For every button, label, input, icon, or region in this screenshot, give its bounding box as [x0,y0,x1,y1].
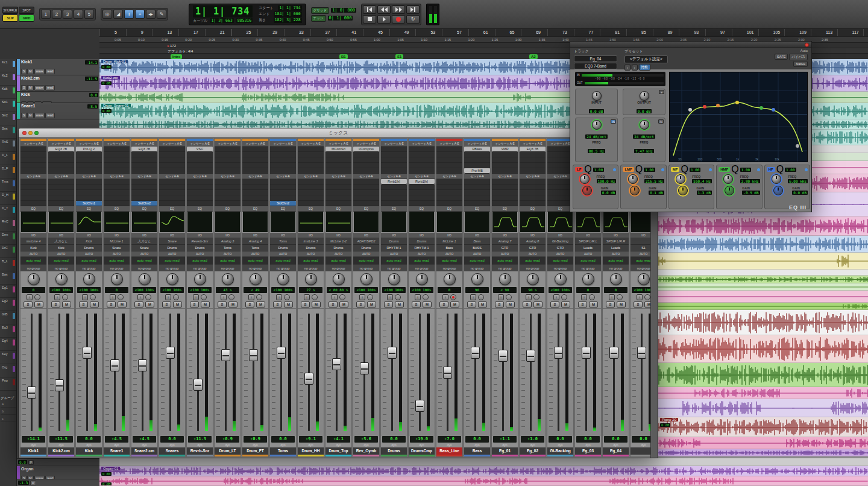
mute-button[interactable]: M [423,301,432,308]
track-name[interactable]: Revrb-Snr [187,447,213,455]
pan-value[interactable]: <100 100> [549,287,572,293]
track-name[interactable]: Gt-Backing [547,447,573,455]
group-selector[interactable]: no group [20,264,46,271]
insert-slot-d[interactable] [353,163,379,168]
insert-slot-a[interactable]: MComSrt [326,147,351,152]
edit-track-lane[interactable] [658,310,868,335]
edit-track-lane[interactable] [658,283,868,291]
input-gain-value[interactable]: 0.0 dB [589,109,605,113]
send-slot-a[interactable] [270,179,296,185]
pan-knob[interactable] [28,273,40,285]
track-name[interactable]: Bass [464,447,490,455]
input-monitor-button[interactable]: i [442,294,448,300]
group-selector[interactable]: no group [326,264,351,271]
insert-slot-e[interactable] [326,168,351,174]
send-slot-c[interactable] [131,190,157,195]
rewind-button[interactable] [377,5,391,14]
track-header-Kick1[interactable]: Kick1SMwaveread-14.1 [17,59,99,75]
input-gain-knob[interactable] [592,91,602,101]
insert-slot-b[interactable] [187,152,213,157]
pan-knob[interactable] [333,273,345,285]
send-slot-e[interactable] [353,201,379,206]
send-slot-b[interactable] [159,185,185,190]
freq-knob[interactable] [628,174,638,184]
volume-fader[interactable] [637,347,646,359]
send-slot-a[interactable] [242,179,268,185]
output-path-selector[interactable]: Drums [353,245,379,251]
send-slot-b[interactable] [48,185,74,190]
solo-button[interactable]: S [412,301,421,308]
send-slot-d[interactable] [353,195,379,201]
close-icon[interactable] [22,131,27,135]
insert-slot-a[interactable]: EQ3 7B [520,147,546,152]
automation-mode-selector[interactable]: auto read [575,257,601,264]
eq-thumbnail[interactable] [465,212,489,232]
pan-knob[interactable] [83,273,95,285]
nudge-label[interactable]: ナッジ [311,15,326,22]
edit-track-lane[interactable] [99,458,868,466]
input-path-selector[interactable]: McLine 1 [436,238,462,245]
group-item-a[interactable]: a [1,400,16,408]
solo-button[interactable]: S [21,69,27,74]
automation-mode-selector[interactable]: auto read [48,257,74,264]
send-slot-c[interactable] [76,190,102,195]
input-monitor-button[interactable]: i [637,294,643,300]
mute-button[interactable]: M [27,113,33,118]
edit-track-lane[interactable] [658,291,868,303]
q-value[interactable]: 1.00 [740,168,751,172]
insert-slot-e[interactable] [20,168,46,174]
solo-button[interactable]: S [21,113,27,118]
volume-value[interactable]: -1.0 [521,436,544,443]
insert-slot-c[interactable] [242,157,268,163]
input-monitor-button[interactable]: i [54,294,60,300]
insert-slot-e[interactable]: Pro-MB [464,168,490,174]
insert-slot-c[interactable] [76,157,102,163]
eq-thumbnail[interactable] [298,212,323,232]
send-slot-e[interactable]: SidChn2 [270,201,296,206]
freq-value[interactable]: 550.4 Hz [692,179,712,183]
insert-slot-d[interactable] [48,163,74,168]
insert-slot-a[interactable]: EQ3 7B [131,147,157,152]
output-path-selector[interactable]: BASS [464,245,490,251]
edit-track-lane[interactable] [658,387,868,399]
insert-slot-e[interactable] [215,168,241,174]
send-slot-b[interactable] [326,185,351,190]
volume-value[interactable]: 0.0 [160,436,184,443]
send-slot-e[interactable] [187,201,213,206]
insert-slot-b[interactable] [20,152,46,157]
send-slot-e[interactable] [436,201,462,206]
play-button[interactable] [377,15,391,24]
clip-gain-badge[interactable]: 0 dB [101,65,112,69]
eq-thumbnail[interactable] [520,212,545,232]
sidebar-track-Kc1[interactable]: Kc1 [0,59,16,72]
automation-mode-selector[interactable]: auto read [353,257,379,264]
volume-fader[interactable] [526,350,535,362]
insert-slot-a[interactable]: Pro-Q 2 [76,147,102,152]
volume-fader[interactable] [360,362,369,374]
input-path-selector[interactable]: 入力なし [48,238,74,245]
eq-thumbnail[interactable] [49,212,74,232]
mute-button[interactable]: M [339,301,348,308]
record-arm-button[interactable] [395,294,401,300]
volume-fader[interactable] [83,347,92,359]
insert-slot-b[interactable] [270,152,296,157]
pan-value[interactable]: <100 100> [410,287,433,293]
pan-knob[interactable] [582,273,594,285]
edit-track-lane[interactable]: Piano-200 dB [658,417,868,437]
gain-knob[interactable] [630,186,640,195]
mute-button[interactable]: M [34,301,43,308]
eq-thumbnail[interactable] [576,212,600,232]
record-arm-button[interactable] [644,294,650,300]
insert-slot-c[interactable] [520,157,546,163]
output-gain-value[interactable]: 0.0 dB [637,109,652,113]
send-slot-b[interactable] [270,185,296,190]
insert-slot-b[interactable] [298,152,324,157]
group-selector[interactable]: no group [159,264,185,271]
mute-button[interactable]: M [118,301,127,308]
zoom-preset-4[interactable]: 4 [74,10,83,19]
insert-slot-c[interactable] [187,157,213,163]
automation-mode-selector[interactable]: auto read [603,257,629,264]
output-path-selector[interactable]: GTR [520,245,546,251]
record-arm-button[interactable] [450,294,456,300]
volume-value[interactable]: -11.3 [188,436,212,443]
